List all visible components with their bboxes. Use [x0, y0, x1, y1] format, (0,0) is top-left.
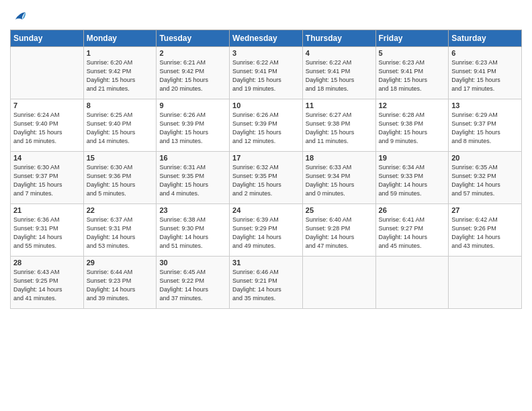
calendar-cell: 22Sunrise: 6:37 AM Sunset: 9:31 PM Dayli…: [83, 204, 157, 257]
calendar-cell: 14Sunrise: 6:30 AM Sunset: 9:37 PM Dayli…: [11, 152, 84, 204]
col-header-friday: Friday: [375, 30, 449, 47]
col-header-thursday: Thursday: [302, 30, 375, 47]
day-info: Sunrise: 6:24 AM Sunset: 9:40 PM Dayligh…: [13, 111, 81, 146]
calendar-cell: 20Sunrise: 6:35 AM Sunset: 9:32 PM Dayli…: [449, 152, 522, 204]
calendar-cell: 12Sunrise: 6:28 AM Sunset: 9:38 PM Dayli…: [375, 99, 449, 152]
day-number: 26: [379, 206, 446, 214]
day-info: Sunrise: 6:34 AM Sunset: 9:33 PM Dayligh…: [379, 163, 446, 198]
calendar-cell: 26Sunrise: 6:41 AM Sunset: 9:27 PM Dayli…: [375, 204, 449, 257]
day-number: 3: [232, 49, 300, 57]
calendar-cell: [302, 257, 375, 309]
calendar-cell: 5Sunrise: 6:23 AM Sunset: 9:41 PM Daylig…: [375, 47, 449, 99]
day-number: 7: [13, 101, 81, 109]
calendar-cell: 30Sunrise: 6:45 AM Sunset: 9:22 PM Dayli…: [157, 257, 230, 309]
page-container: SundayMondayTuesdayWednesdayThursdayFrid…: [0, 0, 532, 316]
day-number: 25: [306, 206, 373, 214]
day-info: Sunrise: 6:36 AM Sunset: 9:31 PM Dayligh…: [13, 216, 81, 250]
day-info: Sunrise: 6:28 AM Sunset: 9:38 PM Dayligh…: [379, 111, 446, 146]
day-info: Sunrise: 6:30 AM Sunset: 9:37 PM Dayligh…: [13, 163, 81, 198]
day-number: 15: [87, 154, 154, 162]
day-number: 9: [159, 101, 226, 109]
calendar-cell: [375, 257, 449, 309]
calendar-cell: [449, 257, 522, 309]
day-number: 11: [306, 101, 373, 109]
day-info: Sunrise: 6:45 AM Sunset: 9:22 PM Dayligh…: [159, 268, 226, 303]
day-number: 1: [87, 49, 154, 57]
day-info: Sunrise: 6:20 AM Sunset: 9:42 PM Dayligh…: [87, 58, 154, 93]
day-info: Sunrise: 6:21 AM Sunset: 9:42 PM Dayligh…: [159, 58, 226, 93]
calendar-cell: 10Sunrise: 6:26 AM Sunset: 9:39 PM Dayli…: [230, 99, 303, 152]
logo-bird-icon: [11, 9, 26, 24]
day-number: 5: [379, 49, 446, 57]
day-number: 23: [159, 206, 226, 214]
day-number: 2: [159, 49, 226, 57]
calendar-cell: 3Sunrise: 6:22 AM Sunset: 9:41 PM Daylig…: [230, 47, 303, 99]
day-number: 18: [306, 154, 373, 162]
week-row-4: 21Sunrise: 6:36 AM Sunset: 9:31 PM Dayli…: [11, 204, 522, 257]
day-info: Sunrise: 6:22 AM Sunset: 9:41 PM Dayligh…: [232, 58, 300, 93]
day-number: 29: [87, 259, 154, 267]
calendar-cell: 11Sunrise: 6:27 AM Sunset: 9:38 PM Dayli…: [302, 99, 375, 152]
day-info: Sunrise: 6:37 AM Sunset: 9:31 PM Dayligh…: [87, 216, 154, 250]
day-info: Sunrise: 6:30 AM Sunset: 9:36 PM Dayligh…: [87, 163, 154, 198]
day-number: 22: [87, 206, 154, 214]
day-info: Sunrise: 6:23 AM Sunset: 9:41 PM Dayligh…: [451, 58, 519, 93]
day-number: 30: [159, 259, 226, 267]
day-info: Sunrise: 6:40 AM Sunset: 9:28 PM Dayligh…: [306, 216, 373, 250]
calendar-cell: 8Sunrise: 6:25 AM Sunset: 9:40 PM Daylig…: [83, 99, 157, 152]
day-number: 4: [306, 49, 373, 57]
calendar-cell: 21Sunrise: 6:36 AM Sunset: 9:31 PM Dayli…: [11, 204, 84, 257]
day-number: 24: [232, 206, 300, 214]
header: [10, 7, 522, 24]
day-info: Sunrise: 6:46 AM Sunset: 9:21 PM Dayligh…: [232, 268, 300, 303]
calendar-cell: 24Sunrise: 6:39 AM Sunset: 9:29 PM Dayli…: [230, 204, 303, 257]
day-info: Sunrise: 6:25 AM Sunset: 9:40 PM Dayligh…: [87, 111, 154, 146]
calendar-cell: 28Sunrise: 6:43 AM Sunset: 9:25 PM Dayli…: [11, 257, 84, 309]
day-info: Sunrise: 6:32 AM Sunset: 9:35 PM Dayligh…: [232, 163, 300, 198]
calendar-cell: 17Sunrise: 6:32 AM Sunset: 9:35 PM Dayli…: [230, 152, 303, 204]
calendar-cell: 23Sunrise: 6:38 AM Sunset: 9:30 PM Dayli…: [157, 204, 230, 257]
calendar-cell: 25Sunrise: 6:40 AM Sunset: 9:28 PM Dayli…: [302, 204, 375, 257]
day-number: 17: [232, 154, 300, 162]
calendar-cell: 18Sunrise: 6:33 AM Sunset: 9:34 PM Dayli…: [302, 152, 375, 204]
day-number: 8: [87, 101, 154, 109]
calendar-cell: 4Sunrise: 6:22 AM Sunset: 9:41 PM Daylig…: [302, 47, 375, 99]
calendar-header-row: SundayMondayTuesdayWednesdayThursdayFrid…: [11, 30, 522, 47]
col-header-monday: Monday: [83, 30, 157, 47]
week-row-3: 14Sunrise: 6:30 AM Sunset: 9:37 PM Dayli…: [11, 152, 522, 204]
calendar-cell: 31Sunrise: 6:46 AM Sunset: 9:21 PM Dayli…: [230, 257, 303, 309]
day-info: Sunrise: 6:38 AM Sunset: 9:30 PM Dayligh…: [159, 216, 226, 250]
day-number: 28: [13, 259, 81, 267]
calendar-cell: 1Sunrise: 6:20 AM Sunset: 9:42 PM Daylig…: [83, 47, 157, 99]
calendar-cell: 27Sunrise: 6:42 AM Sunset: 9:26 PM Dayli…: [449, 204, 522, 257]
calendar-cell: 19Sunrise: 6:34 AM Sunset: 9:33 PM Dayli…: [375, 152, 449, 204]
logo: [10, 9, 26, 24]
calendar-cell: 6Sunrise: 6:23 AM Sunset: 9:41 PM Daylig…: [449, 47, 522, 99]
week-row-5: 28Sunrise: 6:43 AM Sunset: 9:25 PM Dayli…: [11, 257, 522, 309]
col-header-saturday: Saturday: [449, 30, 522, 47]
calendar-cell: 15Sunrise: 6:30 AM Sunset: 9:36 PM Dayli…: [83, 152, 157, 204]
day-info: Sunrise: 6:35 AM Sunset: 9:32 PM Dayligh…: [451, 163, 519, 198]
calendar-cell: 7Sunrise: 6:24 AM Sunset: 9:40 PM Daylig…: [11, 99, 84, 152]
calendar-cell: 2Sunrise: 6:21 AM Sunset: 9:42 PM Daylig…: [157, 47, 230, 99]
day-info: Sunrise: 6:41 AM Sunset: 9:27 PM Dayligh…: [379, 216, 446, 250]
day-number: 31: [232, 259, 300, 267]
day-number: 14: [13, 154, 81, 162]
calendar-cell: 9Sunrise: 6:26 AM Sunset: 9:39 PM Daylig…: [157, 99, 230, 152]
day-number: 6: [451, 49, 519, 57]
day-number: 12: [379, 101, 446, 109]
day-number: 21: [13, 206, 81, 214]
calendar-cell: 16Sunrise: 6:31 AM Sunset: 9:35 PM Dayli…: [157, 152, 230, 204]
day-info: Sunrise: 6:29 AM Sunset: 9:37 PM Dayligh…: [451, 111, 519, 146]
day-info: Sunrise: 6:31 AM Sunset: 9:35 PM Dayligh…: [159, 163, 226, 198]
day-info: Sunrise: 6:22 AM Sunset: 9:41 PM Dayligh…: [306, 58, 373, 93]
day-info: Sunrise: 6:27 AM Sunset: 9:38 PM Dayligh…: [306, 111, 373, 146]
week-row-2: 7Sunrise: 6:24 AM Sunset: 9:40 PM Daylig…: [11, 99, 522, 152]
calendar-cell: [11, 47, 84, 99]
day-info: Sunrise: 6:42 AM Sunset: 9:26 PM Dayligh…: [451, 216, 519, 250]
col-header-tuesday: Tuesday: [157, 30, 230, 47]
day-number: 13: [451, 101, 519, 109]
day-info: Sunrise: 6:23 AM Sunset: 9:41 PM Dayligh…: [379, 58, 446, 93]
day-number: 20: [451, 154, 519, 162]
calendar-cell: 29Sunrise: 6:44 AM Sunset: 9:23 PM Dayli…: [83, 257, 157, 309]
